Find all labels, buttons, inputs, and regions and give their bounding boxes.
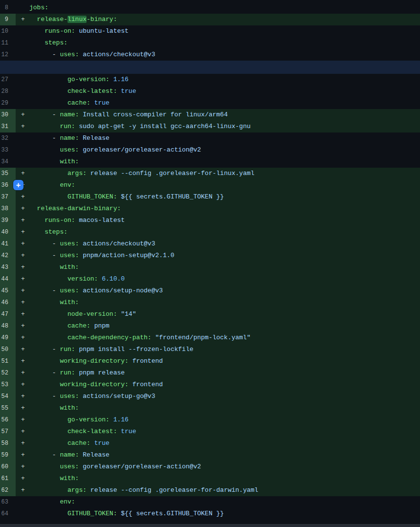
code-token-val: ubuntu-latest (75, 27, 129, 35)
code-text: runs-on: ubuntu-latest (29, 25, 420, 37)
code-token-key: env: (29, 498, 75, 505)
code-token-val: release --config .goreleaser-for-linux.y… (87, 170, 254, 177)
code-token-key: uses: (60, 240, 79, 247)
line-number: 46 (0, 297, 16, 308)
diff-add-marker: + (16, 215, 29, 226)
code-token-key: runs-on: (29, 217, 75, 224)
diff-add-marker: + (16, 250, 29, 262)
diff-add-marker (16, 508, 29, 520)
diff-line: 40+ steps: (0, 226, 420, 238)
diff-line: 38+ release-darwin-binary: (0, 203, 420, 215)
diff-add-marker: + (16, 367, 29, 379)
line-number: 54 (0, 391, 16, 402)
diff-line: 56+ go-version: 1.16 (0, 414, 420, 426)
code-text: node-version: "14" (29, 308, 420, 320)
code-token-punc: - (29, 369, 60, 376)
diff-add-marker: + (16, 238, 29, 250)
code-text: - uses: actions/checkout@v3 (29, 238, 420, 250)
code-token-key: working-directory: (29, 381, 129, 388)
code-text: runs-on: macos-latest (29, 215, 420, 226)
code-text: args: release --config .goreleaser-for-d… (29, 484, 420, 496)
line-number: 34 (0, 156, 16, 168)
diff-add-marker: + (16, 168, 29, 179)
line-number: 43 (0, 262, 16, 273)
code-token-val: release --config .goreleaser-for-darwin.… (87, 486, 258, 494)
code-text: uses: goreleaser/goreleaser-action@v2 (29, 461, 420, 473)
diff-add-marker (16, 132, 29, 144)
code-token-key: env: (29, 181, 75, 189)
code-token-val: goreleaser/goreleaser-action@v2 (79, 463, 201, 470)
code-token-val: actions/setup-go@v3 (79, 393, 155, 400)
diff-add-marker: + (16, 355, 29, 367)
diff-line: 35+ args: release --config .goreleaser-f… (0, 168, 420, 179)
add-line-comment-button[interactable]: + (13, 180, 23, 190)
code-text: env: (29, 496, 420, 508)
line-number: 10 (0, 25, 16, 37)
code-token-key: name: (60, 134, 79, 142)
diff-line: 49+ cache-dependency-path: "frontend/pnp… (0, 332, 420, 344)
diff-line: 44+ version: 6.10.0 (0, 273, 420, 285)
line-number: 30 (0, 109, 16, 121)
code-token-val: sudo apt-get -y install gcc-aarch64-linu… (75, 123, 251, 130)
diff-line: 11 steps: (0, 37, 420, 49)
line-number: 53 (0, 379, 16, 391)
code-token-punc: - (29, 393, 60, 400)
code-text: release-linux-binary: (29, 14, 420, 25)
line-number: 27 (0, 74, 16, 86)
diff-line: 41+ - uses: actions/checkout@v3 (0, 238, 420, 250)
diff-add-marker: + (16, 379, 29, 391)
code-token-val: macos-latest (75, 217, 125, 224)
code-token-punc: - (29, 252, 60, 259)
expand-collapsed-lines-row[interactable] (0, 61, 420, 74)
diff-line: 34 with: (0, 156, 420, 168)
code-text: cache: pnpm (29, 320, 420, 332)
code-token-key: uses: (60, 287, 79, 294)
code-token-key: check-latest: (29, 88, 117, 95)
code-token-key: with: (29, 264, 79, 271)
diff-file-view: 8jobs:9+ release-linux-binary:10 runs-on… (0, 0, 420, 527)
code-token-key: with: (29, 475, 79, 482)
line-number: 60 (0, 461, 16, 473)
diff-line: 42+ - uses: pnpm/action-setup@v2.1.0 (0, 250, 420, 262)
line-number: 41 (0, 238, 16, 250)
code-token-key: steps: (29, 39, 67, 46)
line-number: 12 (0, 49, 16, 61)
code-token-punc: - (29, 111, 60, 118)
code-token-key: go-version: (29, 76, 110, 83)
code-token-val: actions/checkout@v3 (79, 51, 155, 58)
code-token-val: goreleaser/goreleaser-action@v2 (79, 146, 201, 154)
code-token-key: steps: (29, 228, 67, 236)
line-number: 64 (0, 508, 16, 520)
code-text: check-latest: true (29, 426, 420, 438)
diff-line: 63 env: (0, 496, 420, 508)
diff-line: 9+ release-linux-binary: (0, 14, 420, 25)
diff-add-marker: + (16, 226, 29, 238)
code-token-val: frontend (129, 381, 163, 388)
diff-lines-container: 8jobs:9+ release-linux-binary:10 runs-on… (0, 2, 420, 520)
diff-add-marker (16, 25, 29, 37)
diff-line: 30+ - name: Install cross-compiler for l… (0, 109, 420, 121)
diff-add-marker: + (16, 285, 29, 297)
diff-add-marker: + (16, 191, 29, 203)
code-token-key: with: (29, 404, 79, 412)
line-number: 48 (0, 320, 16, 332)
diff-line: 58+ cache: true (0, 438, 420, 449)
diff-add-marker (16, 86, 29, 97)
diff-add-marker: + (16, 14, 29, 25)
diff-add-marker: + (16, 473, 29, 484)
code-token-key: -binary: (87, 16, 117, 23)
code-token-key: uses: (60, 393, 79, 400)
diff-add-marker (16, 49, 29, 61)
diff-line: 47+ node-version: "14" (0, 308, 420, 320)
diff-add-marker: + (16, 449, 29, 461)
diff-add-marker: + (16, 391, 29, 402)
diff-add-marker: + (16, 297, 29, 308)
code-text: steps: (29, 226, 420, 238)
diff-add-marker: + (16, 402, 29, 414)
diff-line: 28 check-latest: true (0, 86, 420, 97)
code-text: with: (29, 473, 420, 484)
diff-line: 8jobs: (0, 2, 420, 14)
diff-line: 45+ - uses: actions/setup-node@v3 (0, 285, 420, 297)
diff-line: 37+ GITHUB_TOKEN: ${{ secrets.GITHUB_TOK… (0, 191, 420, 203)
line-number: 45 (0, 285, 16, 297)
